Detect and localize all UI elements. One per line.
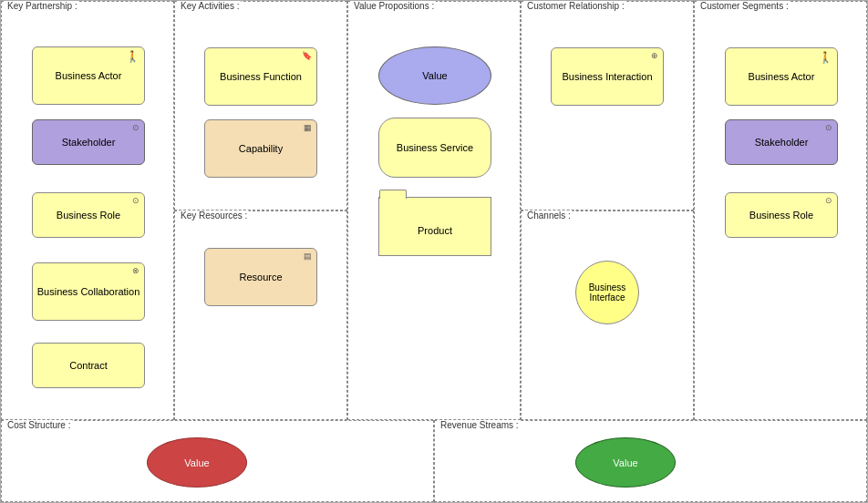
section-label-cost-structure: Cost Structure : [5, 420, 72, 430]
element-cr-business-interaction[interactable]: Business Interaction⊕ [551, 47, 664, 106]
section-key-resources: Key Resources : [174, 210, 347, 420]
section-label-key-activities: Key Activities : [179, 1, 241, 11]
element-kp-business-actor[interactable]: Business Actor🚶 [32, 46, 145, 105]
section-label-revenue-streams: Revenue Streams : [439, 420, 521, 430]
element-label-kp-business-collaboration: Business Collaboration [37, 285, 140, 298]
element-label-cr-business-interaction: Business Interaction [562, 71, 652, 82]
element-kp-business-collaboration[interactable]: Business Collaboration⊗ [32, 262, 145, 321]
element-label-cs-business-actor: Business Actor [749, 71, 815, 82]
element-label-cs-business-role: Business Role [749, 210, 813, 221]
element-label-ka-capability: Capability [239, 143, 283, 154]
element-label-vp-value: Value [422, 70, 447, 81]
element-label-cs-stakeholder: Stakeholder [755, 137, 809, 148]
battery-icon: ▤ [304, 252, 312, 261]
element-ka-business-function[interactable]: Business Function🔖 [204, 47, 317, 106]
element-label-rev-value: Value [613, 457, 637, 468]
dualcircle-icon: ⊕ [651, 51, 658, 60]
element-label-ka-business-function: Business Function [220, 71, 302, 82]
element-label-vp-product: Product [418, 225, 452, 236]
element-cs-business-actor[interactable]: Business Actor🚶 [725, 47, 838, 106]
bookmark-icon: 🔖 [302, 51, 312, 60]
element-kp-stakeholder[interactable]: Stakeholder⊙ [32, 119, 145, 165]
element-kp-contract[interactable]: Contract [32, 343, 145, 388]
element-label-kp-business-actor: Business Actor [56, 70, 122, 81]
element-cost-value[interactable]: Value [147, 437, 247, 488]
element-vp-business-service[interactable]: Business Service [378, 118, 491, 178]
element-label-kp-business-role: Business Role [57, 210, 120, 221]
section-label-key-resources: Key Resources : [179, 210, 249, 221]
element-vp-value[interactable]: Value [378, 46, 491, 105]
link-icon: ⊗ [132, 266, 140, 277]
element-label-kp-contract: Contract [69, 360, 108, 371]
element-rev-value[interactable]: Value [575, 437, 676, 488]
toggle-icon: ⊙ [825, 196, 832, 205]
grid-icon: ▦ [304, 123, 312, 132]
section-label-value-propositions: Value Propositions : [352, 1, 436, 11]
element-vp-product[interactable]: Product [378, 197, 491, 256]
toggle-icon: ⊙ [132, 196, 140, 205]
element-label-kr-resource: Resource [239, 272, 282, 282]
actor-icon: 🚶 [819, 51, 832, 64]
element-ch-business-interface[interactable]: Business Interface [575, 261, 639, 324]
element-kr-resource[interactable]: Resource▤ [204, 248, 317, 306]
actor-icon: 🚶 [126, 50, 140, 63]
element-label-kp-stakeholder: Stakeholder [62, 137, 116, 148]
element-ka-capability[interactable]: Capability▦ [204, 119, 317, 178]
section-label-customer-segments: Customer Segments : [698, 1, 790, 11]
section-label-channels: Channels : [525, 210, 573, 221]
element-cs-stakeholder[interactable]: Stakeholder⊙ [725, 119, 838, 165]
element-label-cost-value: Value [184, 457, 209, 468]
section-customer-relationship: Customer Relationship : [521, 1, 694, 210]
section-key-activities: Key Activities : [174, 1, 347, 210]
canvas: Key Partnership :Key Activities :Key Res… [0, 0, 868, 503]
element-cs-business-role[interactable]: Business Role⊙ [725, 192, 838, 238]
element-kp-business-role[interactable]: Business Role⊙ [32, 192, 145, 238]
section-label-customer-relationship: Customer Relationship : [525, 1, 626, 11]
toggle-icon: ⊙ [825, 123, 832, 132]
toggle-icon: ⊙ [132, 123, 140, 132]
element-label-vp-business-service: Business Service [397, 142, 473, 153]
section-label-key-partnership: Key Partnership : [5, 1, 79, 11]
element-label-ch-business-interface: Business Interface [576, 282, 638, 303]
